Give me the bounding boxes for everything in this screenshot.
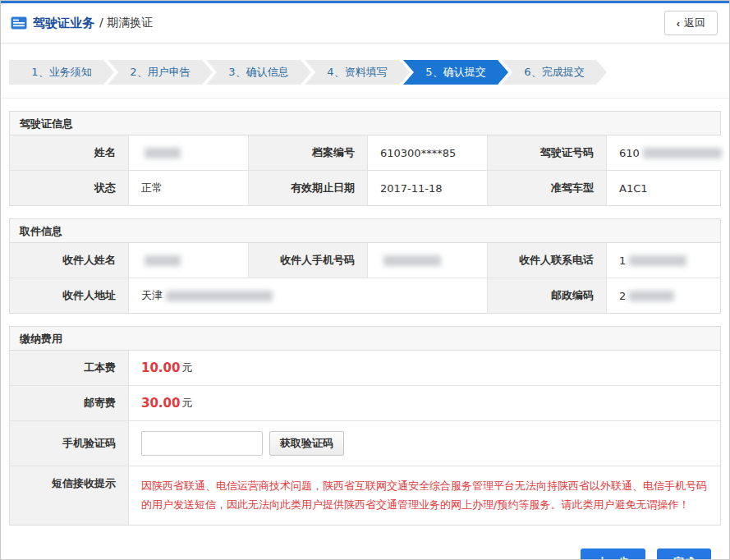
file-no-label: 档案编号 xyxy=(249,135,368,170)
footer-actions: 上一步 完成 xyxy=(9,526,721,560)
step-5-confirm-submit: 5、确认提交 xyxy=(403,60,508,85)
address-prefix: 天津 xyxy=(141,288,163,303)
license-card-icon xyxy=(11,16,27,30)
step-2-user-declaration: 2、用户申告 xyxy=(108,60,213,85)
license-table: 姓名 档案编号 610300****85 驾驶证号码 610 状态 正常 有效期… xyxy=(9,135,721,206)
postcode-label: 邮政编码 xyxy=(488,278,607,313)
production-fee-amount: 10.00 xyxy=(141,360,180,375)
step-6-complete-submit: 6、完成提交 xyxy=(502,60,607,85)
fees-section: 缴纳费用 工本费 10.00 元 邮寄费 30.00 元 xyxy=(9,326,721,526)
finish-button[interactable]: 完成 xyxy=(657,549,711,560)
license-info-section: 驾驶证信息 姓名 档案编号 610300****85 驾驶证号码 610 状态 … xyxy=(9,111,721,206)
license-no-value: 610 xyxy=(607,135,730,170)
step-3-confirm-info: 3、确认信息 xyxy=(206,60,311,85)
page-header: 驾驶证业务 / 期满换证 ‹ 返回 xyxy=(1,3,729,44)
pickup-section-title: 取件信息 xyxy=(9,218,721,243)
sms-code-cell: 获取验证码 xyxy=(129,421,720,466)
status-value: 正常 xyxy=(129,171,249,205)
file-no-value: 610300****85 xyxy=(368,135,488,170)
step-4-fill-info: 4、资料填写 xyxy=(305,60,410,85)
license-no-prefix: 610 xyxy=(619,147,640,159)
phone-prefix: 1 xyxy=(619,255,626,267)
recipient-phone-value: 1 xyxy=(607,243,720,278)
redacted-value xyxy=(383,255,441,266)
redacted-value xyxy=(629,291,674,301)
vehicle-type-label: 准驾车型 xyxy=(488,171,607,205)
recipient-mobile-label: 收件人手机号码 xyxy=(249,243,368,278)
table-row: 收件人姓名 收件人手机号码 收件人联系电话 1 xyxy=(10,243,720,278)
postcode-prefix: 2 xyxy=(619,290,626,302)
page-title: 驾驶证业务 xyxy=(33,16,94,31)
redacted-value xyxy=(629,255,686,266)
currency-unit: 元 xyxy=(181,360,192,375)
sms-code-label: 手机验证码 xyxy=(10,421,129,466)
currency-unit: 元 xyxy=(181,396,192,411)
name-label: 姓名 xyxy=(10,135,129,170)
mail-fee-label: 邮寄费 xyxy=(10,386,129,420)
sms-notice-text: 因陕西省联通、电信运营商技术问题，陕西省互联网交通安全综合服务管理平台无法向持陕… xyxy=(141,476,708,515)
pickup-info-section: 取件信息 收件人姓名 收件人手机号码 收件人联系电话 1 收件人地址 天津 邮政… xyxy=(9,218,721,314)
mail-fee-value: 30.00 元 xyxy=(129,386,720,420)
recipient-phone-label: 收件人联系电话 xyxy=(488,243,607,278)
name-value xyxy=(129,135,249,170)
redacted-value xyxy=(643,148,722,158)
chevron-left-icon: ‹ xyxy=(677,17,680,30)
back-button-label: 返回 xyxy=(684,16,705,30)
vehicle-type-value: A1C1 xyxy=(607,171,720,205)
table-row: 姓名 档案编号 610300****85 驾驶证号码 610 xyxy=(10,135,720,171)
expiry-label: 有效期止日期 xyxy=(249,171,368,205)
fees-section-title: 缴纳费用 xyxy=(9,326,721,351)
fees-table: 工本费 10.00 元 邮寄费 30.00 元 手机验证码 xyxy=(9,351,721,526)
page: 驾驶证业务 / 期满换证 ‹ 返回 1、业务须知 2、用户申告 3、确认信息 4… xyxy=(0,0,730,560)
production-fee-label: 工本费 xyxy=(10,351,129,385)
license-no-label: 驾驶证号码 xyxy=(488,135,607,170)
table-row: 手机验证码 获取验证码 xyxy=(10,421,720,466)
recipient-name-value xyxy=(129,243,249,278)
address-label: 收件人地址 xyxy=(10,278,129,313)
table-row: 状态 正常 有效期止日期 2017-11-18 准驾车型 A1C1 xyxy=(10,171,720,205)
back-button[interactable]: ‹ 返回 xyxy=(664,11,718,35)
sms-notice-label: 短信接收提示 xyxy=(10,466,129,525)
redacted-value xyxy=(145,255,181,266)
redacted-value xyxy=(145,148,181,158)
table-row: 收件人地址 天津 邮政编码 2 xyxy=(10,278,720,313)
table-row: 短信接收提示 因陕西省联通、电信运营商技术问题，陕西省互联网交通安全综合服务管理… xyxy=(10,466,720,525)
sms-notice-cell: 因陕西省联通、电信运营商技术问题，陕西省互联网交通安全综合服务管理平台无法向持陕… xyxy=(129,466,720,525)
recipient-mobile-value xyxy=(368,243,488,278)
status-label: 状态 xyxy=(10,171,129,205)
previous-step-button[interactable]: 上一步 xyxy=(581,549,645,560)
license-section-title: 驾驶证信息 xyxy=(9,111,721,135)
table-row: 邮寄费 30.00 元 xyxy=(10,386,720,421)
pickup-table: 收件人姓名 收件人手机号码 收件人联系电话 1 收件人地址 天津 邮政编码 2 xyxy=(9,243,721,314)
step-1-business-notice: 1、业务须知 xyxy=(9,60,114,85)
production-fee-value: 10.00 元 xyxy=(129,351,720,385)
recipient-name-label: 收件人姓名 xyxy=(10,243,129,278)
postcode-value: 2 xyxy=(607,278,720,313)
step-wizard: 1、业务须知 2、用户申告 3、确认信息 4、资料填写 5、确认提交 6、完成提… xyxy=(1,44,729,99)
redacted-value xyxy=(166,291,273,301)
breadcrumb: / 期满换证 xyxy=(99,16,153,30)
table-row: 工本费 10.00 元 xyxy=(10,351,720,386)
get-code-button[interactable]: 获取验证码 xyxy=(269,431,344,456)
expiry-value: 2017-11-18 xyxy=(368,171,488,205)
mail-fee-amount: 30.00 xyxy=(141,396,180,411)
address-value: 天津 xyxy=(129,278,488,313)
sms-code-input[interactable] xyxy=(141,431,263,456)
main-content: 驾驶证信息 姓名 档案编号 610300****85 驾驶证号码 610 状态 … xyxy=(1,111,729,560)
